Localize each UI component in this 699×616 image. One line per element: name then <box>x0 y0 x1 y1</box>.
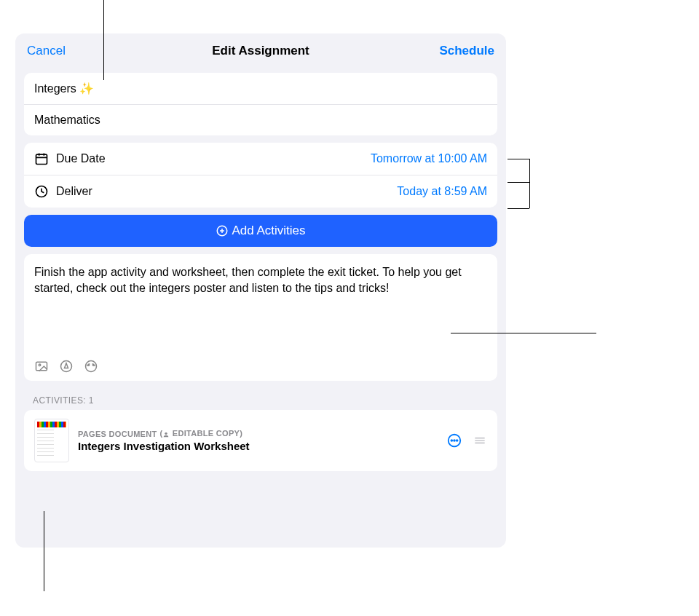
svg-point-15 <box>454 440 455 441</box>
schedule-button[interactable]: Schedule <box>439 44 494 58</box>
plus-circle-icon <box>216 224 229 237</box>
svg-point-9 <box>39 364 41 366</box>
audio-icon[interactable] <box>84 359 98 374</box>
activity-item[interactable]: PAGES DOCUMENT ( EDITABLE COPY) Integers… <box>24 410 497 471</box>
deliver-label: Deliver <box>56 185 397 198</box>
svg-point-12 <box>165 432 167 434</box>
svg-rect-0 <box>36 154 47 164</box>
assignment-name-row[interactable]: Integers ✨ <box>24 73 497 105</box>
dates-section: Due Date Tomorrow at 10:00 AM Deliver To… <box>24 143 497 208</box>
calendar-icon <box>34 151 49 166</box>
title-section: Integers ✨ Mathematics <box>24 73 497 135</box>
clock-icon <box>34 184 49 199</box>
activity-thumbnail <box>34 419 69 462</box>
add-activities-label: Add Activities <box>232 224 305 238</box>
svg-point-16 <box>457 440 458 441</box>
due-date-label: Due Date <box>56 152 371 165</box>
markup-icon[interactable] <box>59 359 74 374</box>
callout-line <box>44 511 44 591</box>
description-input[interactable]: Finish the app activity and worksheet, t… <box>34 264 487 323</box>
page-title: Edit Assignment <box>212 44 309 58</box>
callout-line <box>508 182 529 183</box>
deliver-row[interactable]: Deliver Today at 8:59 AM <box>24 175 497 208</box>
edit-assignment-window: Cancel Edit Assignment Schedule Integers… <box>15 33 506 548</box>
activity-title: Integers Investigation Worksheet <box>78 440 446 452</box>
reorder-icon[interactable] <box>473 433 487 448</box>
class-row[interactable]: Mathematics <box>24 105 497 135</box>
callout-line <box>529 159 530 208</box>
add-activities-button[interactable]: Add Activities <box>24 215 497 247</box>
more-icon[interactable] <box>446 433 462 449</box>
header-bar: Cancel Edit Assignment Schedule <box>15 33 506 66</box>
description-section: Finish the app activity and worksheet, t… <box>24 254 497 381</box>
class-input[interactable]: Mathematics <box>34 114 487 127</box>
photo-icon[interactable] <box>34 359 49 374</box>
callout-line <box>508 208 529 209</box>
activities-header: ACTIVITIES: 1 <box>33 395 489 406</box>
cancel-button[interactable]: Cancel <box>27 44 66 58</box>
assignment-name-input[interactable]: Integers ✨ <box>34 82 487 95</box>
description-toolbar <box>34 359 487 374</box>
due-date-row[interactable]: Due Date Tomorrow at 10:00 AM <box>24 143 497 175</box>
callout-line <box>451 333 596 333</box>
activity-copy-hint: ( EDITABLE COPY) <box>160 429 243 438</box>
callout-line <box>508 159 529 159</box>
svg-point-14 <box>451 440 452 441</box>
due-date-value[interactable]: Tomorrow at 10:00 AM <box>371 152 487 165</box>
deliver-value[interactable]: Today at 8:59 AM <box>397 185 487 198</box>
activity-info: PAGES DOCUMENT ( EDITABLE COPY) Integers… <box>78 429 446 451</box>
activity-type: PAGES DOCUMENT <box>78 430 157 438</box>
callout-line <box>103 0 104 80</box>
